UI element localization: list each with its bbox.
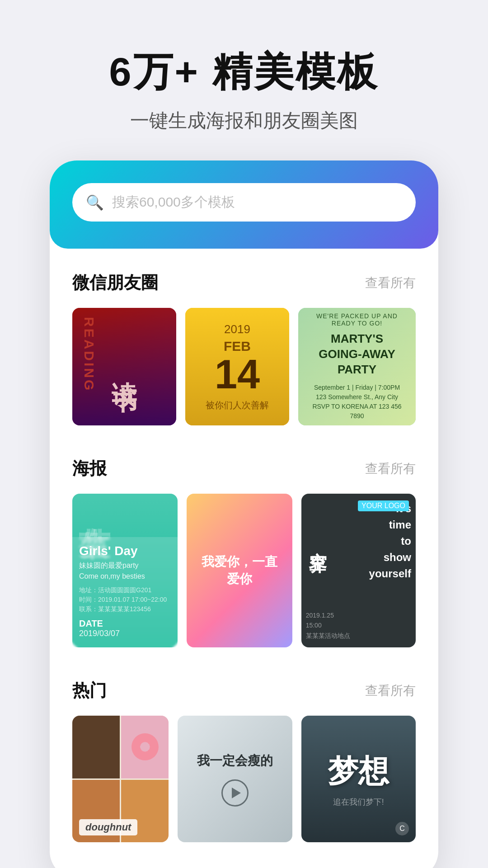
poster-section-header: 海报 查看所有 xyxy=(72,457,416,480)
poster-grid: 女生节 Girls' Day 妹妹圆的最爱partyCome on,my bes… xyxy=(72,494,416,647)
hero-title: 6万+ 精美模板 xyxy=(109,45,379,99)
poster-title: 海报 xyxy=(72,457,107,480)
phone-card: 🔍 搜索60,000多个模板 微信朋友圈 查看所有 读书 READING 201… xyxy=(50,160,438,868)
search-bar[interactable]: 🔍 搜索60,000多个模板 xyxy=(72,183,416,222)
hot-title: 热门 xyxy=(72,679,107,702)
wechat-section-header: 微信朋友圈 查看所有 xyxy=(72,271,416,294)
hero-subtitle: 一键生成海报和朋友圈美图 xyxy=(130,108,358,133)
template-card-doughnut[interactable]: doughnut xyxy=(72,716,169,842)
dream-text: 梦想 xyxy=(328,751,389,792)
dream-subtext: 追在我们梦下! xyxy=(333,797,384,807)
template-card-love[interactable]: 我爱你，一直爱你 xyxy=(187,494,292,647)
template-card-feb14[interactable]: 2019 FEB 14 被你们人次善解 xyxy=(185,308,289,425)
search-placeholder: 搜索60,000多个模板 xyxy=(112,193,402,212)
template-card-motivation[interactable]: 我一定会瘦的 xyxy=(178,716,292,842)
doughnut-label: doughnut xyxy=(79,819,137,835)
search-header: 🔍 搜索60,000多个模板 xyxy=(50,160,438,249)
hot-section-header: 热门 查看所有 xyxy=(72,679,416,702)
poster-view-all[interactable]: 查看所有 xyxy=(365,460,416,477)
hot-section: 热门 查看所有 doughnut 我一定会瘦的 xyxy=(50,656,438,851)
hot-grid: doughnut 我一定会瘦的 梦想 追在我们梦下! C xyxy=(72,716,416,842)
hot-view-all[interactable]: 查看所有 xyxy=(365,682,416,699)
template-card-show[interactable]: 空界 It'stimetoshowyourself YOUR LOGO 2019… xyxy=(301,494,416,647)
wechat-title: 微信朋友圈 xyxy=(72,271,158,294)
template-card-reading[interactable]: 读书 READING xyxy=(72,308,176,425)
wechat-section: 微信朋友圈 查看所有 读书 READING 2019 FEB 14 被你们人次善… xyxy=(50,249,438,434)
template-card-party[interactable]: WE'RE PACKED UP AND READY TO GO! MARTY'S… xyxy=(298,308,416,425)
wechat-view-all[interactable]: 查看所有 xyxy=(365,274,416,292)
template-card-girls[interactable]: 女生节 Girls' Day 妹妹圆的最爱partyCome on,my bes… xyxy=(72,494,178,647)
motivation-text: 我一定会瘦的 xyxy=(197,751,273,770)
poster-section: 海报 查看所有 女生节 Girls' Day 妹妹圆的最爱partyCome o… xyxy=(50,434,438,656)
hero-section: 6万+ 精美模板 一键生成海报和朋友圈美图 xyxy=(0,0,488,160)
search-icon: 🔍 xyxy=(86,194,104,211)
template-card-dream[interactable]: 梦想 追在我们梦下! C xyxy=(301,716,416,842)
wechat-grid: 读书 READING 2019 FEB 14 被你们人次善解 WE'RE PAC… xyxy=(72,308,416,425)
